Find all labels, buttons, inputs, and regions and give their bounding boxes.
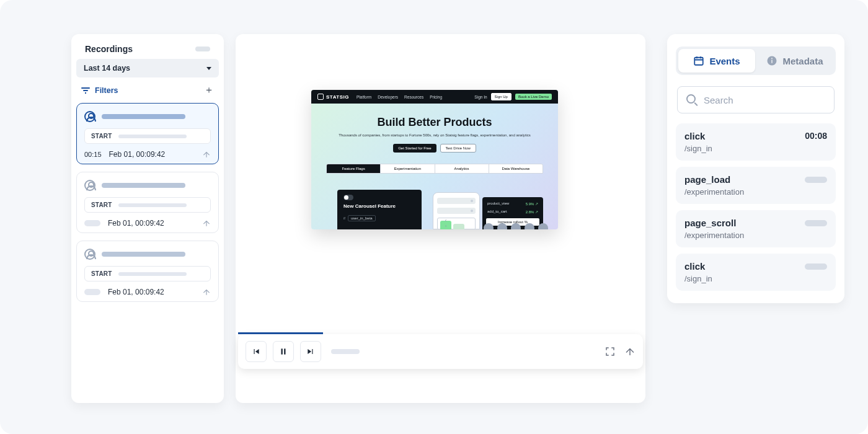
info-icon: [766, 55, 777, 66]
search-icon: [686, 94, 698, 105]
placeholder-bar: [118, 135, 187, 138]
chevron-down-icon: [206, 67, 211, 70]
preview-mobile-mock: [433, 192, 480, 229]
add-filter-button[interactable]: ＋: [204, 84, 214, 97]
placeholder-bar: [195, 46, 210, 51]
placeholder-bar: [84, 289, 100, 295]
event-name: page_load: [684, 174, 744, 185]
tab-metadata[interactable]: Metadata: [756, 49, 833, 73]
user-icon: [84, 111, 95, 122]
preview-nav-links: PlatformDevelopers ResourcesPricing: [356, 95, 442, 99]
filters-label: Filters: [95, 86, 118, 95]
share-icon[interactable]: [624, 346, 636, 357]
svg-rect-4: [772, 60, 773, 63]
preview-demo: Book a Live Demo: [515, 94, 552, 100]
fullscreen-icon[interactable]: [604, 346, 616, 357]
events-search[interactable]: [677, 86, 835, 113]
player-panel: STATSIG PlatformDevelopers ResourcesPric…: [236, 34, 645, 403]
tab-events-label: Events: [709, 56, 740, 66]
placeholder-bar: [805, 177, 827, 183]
event-name: click: [684, 261, 712, 272]
placeholder-bar: [331, 349, 360, 354]
placeholder-bar: [118, 272, 187, 276]
preview-tabs: Feature Flags Experimentation Analytics …: [326, 164, 543, 174]
event-name: page_scroll: [684, 218, 744, 229]
timestamp-label: Feb 01, 00:09:42: [109, 150, 166, 159]
preview-avatar-row: [484, 223, 548, 229]
event-list: click /sign_in 00:08 page_load /experime…: [676, 123, 836, 291]
preview-feature-card: New Carousel Feature ifuser_in_beta: [337, 190, 422, 229]
placeholder-bar: [805, 264, 827, 270]
svg-rect-0: [281, 348, 283, 354]
preview-signin: Sign In: [474, 95, 487, 99]
user-icon: [84, 249, 95, 260]
event-path: /experimentation: [684, 187, 744, 197]
duration-label: 00:15: [84, 151, 102, 158]
skip-back-button[interactable]: [246, 341, 267, 362]
inspector-tabs: Events Metadata: [676, 46, 836, 75]
skip-forward-button[interactable]: [300, 341, 321, 362]
event-time: 00:08: [805, 131, 827, 141]
svg-point-5: [772, 58, 773, 59]
timestamp-label: Feb 01, 00:09:42: [108, 288, 164, 296]
event-row[interactable]: click /sign_in 00:08: [676, 123, 836, 161]
tab-metadata-label: Metadata: [782, 56, 823, 66]
preview-hero-sub: Thousands of companies, from startups to…: [330, 133, 539, 138]
placeholder-bar: [84, 220, 100, 226]
svg-rect-1: [284, 348, 285, 354]
preview-hero-title: Build Better Products: [330, 116, 539, 129]
placeholder-bar: [102, 252, 185, 257]
event-row[interactable]: page_load /experimentation: [676, 167, 836, 204]
inspector-panel: Events Metadata click /sign_in 00:08 pag: [667, 34, 844, 303]
timestamp-label: Feb 01, 00:09:42: [108, 219, 164, 228]
event-path: /sign_in: [684, 144, 712, 153]
recordings-panel: Recordings Last 14 days Filters ＋ START: [71, 34, 224, 403]
placeholder-bar: [805, 220, 827, 226]
svg-rect-2: [695, 58, 704, 65]
placeholder-bar: [102, 114, 185, 119]
event-path: /sign_in: [684, 274, 712, 283]
date-range-label: Last 14 days: [84, 64, 130, 73]
date-range-select[interactable]: Last 14 days: [76, 59, 219, 78]
start-label: START: [91, 202, 112, 208]
tab-events[interactable]: Events: [678, 49, 755, 73]
share-icon[interactable]: [202, 150, 211, 159]
start-field: START: [84, 128, 211, 144]
recording-card[interactable]: START 00:15 Feb 01, 00:09:42: [76, 103, 219, 164]
placeholder-bar: [118, 203, 187, 207]
pause-button[interactable]: [273, 341, 294, 362]
session-preview: STATSIG PlatformDevelopers ResourcesPric…: [311, 90, 558, 229]
recordings-title: Recordings: [85, 44, 133, 54]
share-icon[interactable]: [202, 219, 211, 228]
toggle-icon: [343, 195, 353, 200]
start-field: START: [84, 266, 211, 281]
recording-list: START 00:15 Feb 01, 00:09:42: [71, 103, 224, 302]
start-field: START: [84, 197, 211, 213]
brand-logo: STATSIG: [317, 94, 349, 100]
recording-card[interactable]: START Feb 01, 00:09:42: [76, 172, 219, 233]
filter-icon: [81, 87, 90, 94]
start-label: START: [91, 133, 112, 140]
playback-bar: [238, 334, 643, 369]
preview-signup: Sign Up: [491, 93, 512, 100]
placeholder-bar: [102, 183, 185, 188]
event-row[interactable]: click /sign_in: [676, 254, 836, 291]
recording-card[interactable]: START Feb 01, 00:09:42: [76, 241, 219, 302]
start-label: START: [91, 270, 112, 277]
calendar-icon: [693, 55, 704, 66]
share-icon[interactable]: [202, 288, 211, 296]
events-search-input[interactable]: [704, 95, 825, 105]
event-row[interactable]: page_scroll /experimentation: [676, 210, 836, 247]
event-path: /experimentation: [684, 231, 744, 240]
event-name: click: [684, 131, 712, 142]
filters-button[interactable]: Filters: [81, 86, 118, 95]
preview-cta-secondary: Test Drive Now: [440, 144, 476, 153]
preview-cta-primary: Get Started for Free: [393, 144, 436, 153]
user-icon: [84, 180, 95, 191]
